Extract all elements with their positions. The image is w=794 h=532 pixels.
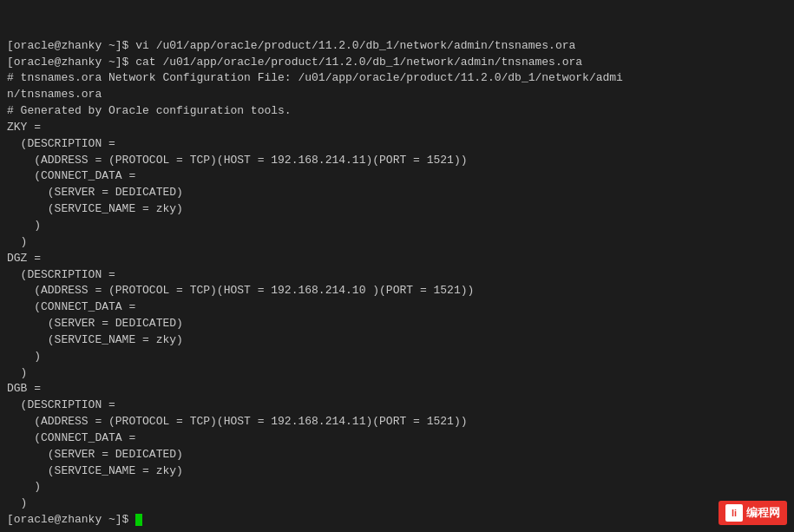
watermark-badge: li 编程网 bbox=[719, 501, 787, 525]
terminal-line-dgb_close1: ) bbox=[7, 479, 787, 496]
terminal-line-comment1b: n/tnsnames.ora bbox=[7, 87, 787, 103]
terminal-line-cmd2: [oracle@zhanky ~]$ cat /u01/app/oracle/p… bbox=[7, 55, 787, 71]
terminal-line-dgz_conn: (CONNECT_DATA = bbox=[7, 299, 787, 316]
terminal-line-final_prompt: [oracle@zhanky ~]$ bbox=[7, 512, 787, 529]
terminal-line-dgz_entry: DGZ = bbox=[7, 251, 787, 267]
terminal-line-zky_addr: (ADDRESS = (PROTOCOL = TCP)(HOST = 192.1… bbox=[7, 153, 787, 169]
terminal-content: [oracle@zhanky ~]$ vi /u01/app/oracle/pr… bbox=[0, 0, 794, 532]
terminal-line-cmd1: [oracle@zhanky ~]$ vi /u01/app/oracle/pr… bbox=[7, 38, 787, 55]
terminal-line-dgz_svc: (SERVICE_NAME = zky) bbox=[7, 332, 787, 349]
terminal-line-dgz_addr: (ADDRESS = (PROTOCOL = TCP)(HOST = 192.1… bbox=[7, 283, 787, 299]
terminal-line-zky_close1: ) bbox=[7, 218, 787, 234]
terminal-line-dgb_svc: (SERVICE_NAME = zky) bbox=[7, 463, 787, 480]
terminal-line-dgb_entry: DGB = bbox=[7, 381, 787, 397]
terminal-line-zky_svc: (SERVICE_NAME = zky) bbox=[7, 201, 787, 218]
terminal-line-dgb_close2: ) bbox=[7, 496, 787, 512]
terminal-line-dgz_close2: ) bbox=[7, 365, 787, 382]
terminal-line-dgb_conn: (CONNECT_DATA = bbox=[7, 430, 787, 447]
terminal-line-zky_entry: ZKY = bbox=[7, 120, 787, 136]
terminal-line-zky_server: (SERVER = DEDICATED) bbox=[7, 185, 787, 201]
terminal-line-zky_desc: (DESCRIPTION = bbox=[7, 136, 787, 153]
terminal-line-comment1: # tnsnames.ora Network Configuration Fil… bbox=[7, 70, 787, 87]
terminal-line-zky_close2: ) bbox=[7, 234, 787, 251]
terminal-line-dgz_close1: ) bbox=[7, 349, 787, 365]
terminal-line-dgz_server: (SERVER = DEDICATED) bbox=[7, 316, 787, 332]
terminal-line-dgb_desc: (DESCRIPTION = bbox=[7, 397, 787, 414]
terminal-window: [oracle@zhanky ~]$ vi /u01/app/oracle/pr… bbox=[0, 0, 794, 532]
watermark-label: 编程网 bbox=[746, 505, 780, 521]
terminal-line-comment2: # Generated by Oracle configuration tool… bbox=[7, 103, 787, 120]
terminal-line-zky_conn: (CONNECT_DATA = bbox=[7, 168, 787, 185]
terminal-line-dgz_desc: (DESCRIPTION = bbox=[7, 267, 787, 284]
terminal-line-dgb_addr: (ADDRESS = (PROTOCOL = TCP)(HOST = 192.1… bbox=[7, 414, 787, 430]
terminal-line-dgb_server: (SERVER = DEDICATED) bbox=[7, 447, 787, 463]
watermark-icon: li bbox=[725, 504, 743, 522]
terminal-cursor bbox=[135, 514, 142, 526]
